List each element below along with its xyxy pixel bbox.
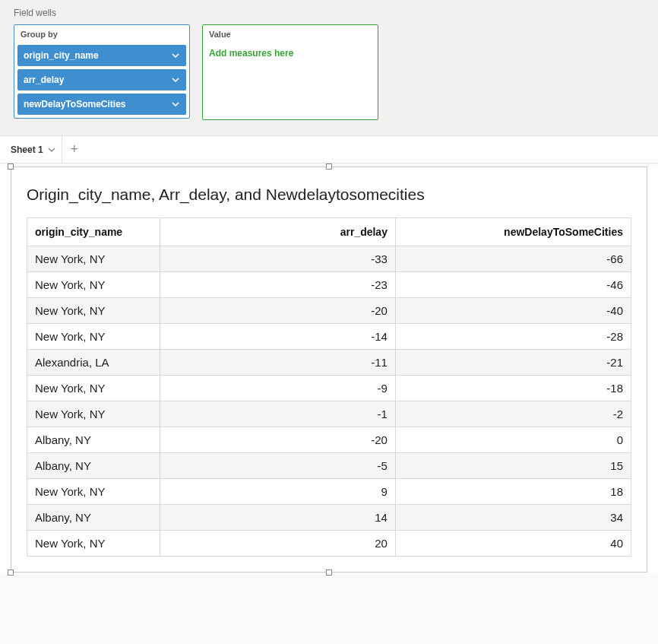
resize-handle-top-left[interactable] [8,163,14,170]
table-row: Albany, NY-200 [27,427,631,453]
sheet-bar: Sheet 1 + [0,136,658,163]
cell-origin-city: New York, NY [27,298,160,324]
chevron-down-icon [171,51,180,60]
cell-arr-delay: -14 [160,324,395,350]
table-row: Albany, NY1434 [27,505,631,531]
cell-arr-delay: -20 [160,427,395,453]
cell-new-delay: 34 [395,505,631,531]
cell-new-delay: -28 [395,324,631,350]
sheet-tab-label: Sheet 1 [11,144,43,155]
cell-arr-delay: 14 [160,505,395,531]
chevron-down-icon [171,75,180,84]
table-row: New York, NY918 [27,479,631,505]
visual-title: Origin_city_name, Arr_delay, and Newdela… [27,186,631,204]
table-visual[interactable]: Origin_city_name, Arr_delay, and Newdela… [11,167,647,573]
field-pill-label: arr_delay [24,75,64,85]
table-row: Albany, NY-515 [27,453,631,479]
field-pill[interactable]: arr_delay [17,69,186,90]
resize-handle-bottom-center[interactable] [326,569,332,576]
cell-origin-city: New York, NY [27,376,160,401]
cell-new-delay: -66 [395,246,631,272]
col-header-origin-city[interactable]: origin_city_name [27,218,160,246]
data-table: origin_city_name arr_delay newDelayToSom… [27,217,631,557]
cell-new-delay: -2 [395,401,631,427]
field-pill[interactable]: newDelayToSomeCities [17,94,186,115]
table-row: New York, NY-9-18 [27,376,631,401]
cell-origin-city: Albany, NY [27,453,160,479]
cell-origin-city: Albany, NY [27,505,160,531]
field-wells-title: Field wells [14,8,644,18]
cell-arr-delay: 9 [160,479,395,505]
table-row: New York, NY-1-2 [27,401,631,427]
cell-origin-city: New York, NY [27,246,160,272]
canvas-area: Origin_city_name, Arr_delay, and Newdela… [0,167,658,573]
cell-arr-delay: 20 [160,531,395,557]
cell-arr-delay: -11 [160,350,395,376]
field-pill-label: origin_city_name [24,50,99,61]
plus-icon: + [70,141,78,157]
table-row: Alexandria, LA-11-21 [27,350,631,376]
field-wells-panel: Field wells Group by origin_city_namearr… [0,0,658,136]
cell-origin-city: New York, NY [27,531,160,557]
cell-arr-delay: -23 [160,272,395,298]
cell-origin-city: New York, NY [27,324,160,350]
cell-new-delay: -40 [395,298,631,324]
cell-arr-delay: -20 [160,298,395,324]
value-well[interactable]: Value Add measures here [202,24,378,120]
chevron-down-icon [171,100,180,109]
field-pill-label: newDelayToSomeCities [24,99,125,109]
chevron-down-icon [48,146,55,154]
table-header-row: origin_city_name arr_delay newDelayToSom… [27,218,631,246]
cell-origin-city: Albany, NY [27,427,160,453]
group-by-label: Group by [17,28,186,42]
resize-handle-bottom-left[interactable] [8,569,14,576]
resize-handle-top-center[interactable] [326,163,332,170]
sheet-tab-1[interactable]: Sheet 1 [0,136,62,163]
cell-new-delay: -21 [395,350,631,376]
cell-new-delay: -46 [395,272,631,298]
cell-origin-city: New York, NY [27,401,160,427]
cell-new-delay: -18 [395,376,631,401]
group-by-well[interactable]: Group by origin_city_namearr_delaynewDel… [14,24,190,119]
cell-arr-delay: -33 [160,246,395,272]
table-row: New York, NY-23-46 [27,272,631,298]
cell-origin-city: New York, NY [27,272,160,298]
value-placeholder: Add measures here [206,45,375,62]
table-row: New York, NY-20-40 [27,298,631,324]
cell-origin-city: New York, NY [27,479,160,505]
cell-new-delay: 18 [395,479,631,505]
cell-arr-delay: -5 [160,453,395,479]
cell-new-delay: 0 [395,427,631,453]
cell-new-delay: 15 [395,453,631,479]
cell-new-delay: 40 [395,531,631,557]
cell-origin-city: Alexandria, LA [27,350,160,376]
col-header-arr-delay[interactable]: arr_delay [160,218,395,246]
cell-arr-delay: -9 [160,376,395,401]
table-row: New York, NY-14-28 [27,324,631,350]
add-sheet-button[interactable]: + [62,136,87,163]
field-pill[interactable]: origin_city_name [17,45,186,66]
cell-arr-delay: -1 [160,401,395,427]
table-row: New York, NY-33-66 [27,246,631,272]
value-label: Value [206,28,375,42]
table-row: New York, NY2040 [27,531,631,557]
col-header-new-delay[interactable]: newDelayToSomeCities [395,218,631,246]
